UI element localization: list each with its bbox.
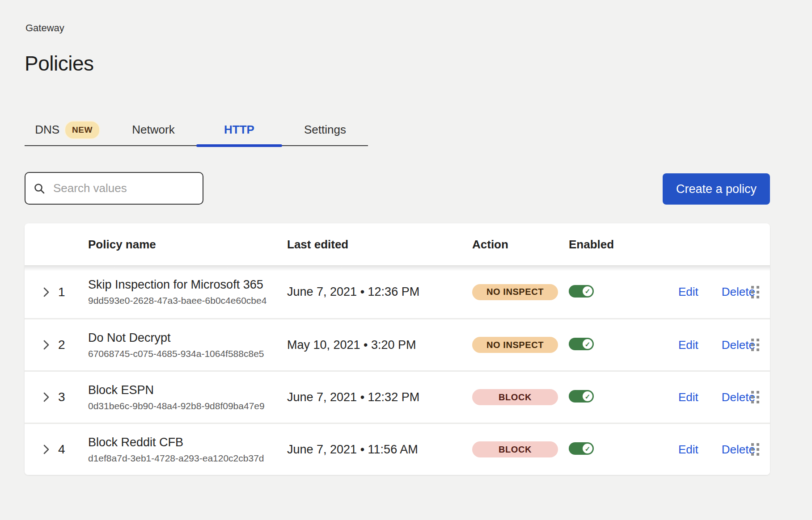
enabled-toggle[interactable]: ✓ [569,442,594,455]
last-edited: June 7, 2021 • 12:32 PM [287,390,472,404]
breadcrumb-gateway: Gateway [25,22,64,34]
new-badge: NEW [64,121,100,139]
search-box [25,172,203,205]
search-input[interactable] [52,181,204,196]
policy-name: Block ESPN [88,383,287,397]
table-row: 2 Do Not Decrypt 67068745-c075-4685-934a… [25,318,770,370]
row-drag-handle[interactable] [751,391,759,403]
edit-link[interactable]: Edit [678,390,698,404]
page-title: Policies [25,51,94,75]
expand-row-button[interactable] [41,390,52,405]
last-edited: June 7, 2021 • 11:56 AM [287,443,472,457]
edit-link[interactable]: Edit [678,443,698,457]
toggle-check-icon: ✓ [583,444,592,453]
row-drag-handle[interactable] [751,339,759,351]
policy-name: Block Reddit CFB [88,436,287,449]
chevron-right-icon [42,286,50,298]
delete-link[interactable]: Delete [722,390,755,404]
table-header: Policy name Last edited Action Enabled [25,223,770,266]
tab-dns-label: DNS [35,123,59,137]
policy-id: 9dd593e0-2628-47a3-baee-6b0c4e60cbe4 [88,295,287,306]
edit-link[interactable]: Edit [678,338,698,352]
last-edited: May 10, 2021 • 3:20 PM [287,338,472,352]
table-row: 4 Block Reddit CFB d1ef8a7d-3eb1-4728-a2… [25,423,770,475]
edit-link[interactable]: Edit [678,285,698,299]
expand-row-button[interactable] [41,285,52,300]
chevron-right-icon [42,444,50,455]
row-drag-handle[interactable] [751,286,759,298]
action-badge: NO INSPECT [472,284,558,300]
action-badge: BLOCK [472,389,558,405]
last-edited: June 7, 2021 • 12:36 PM [287,285,472,299]
table-body: 1 Skip Inspection for Microsoft 365 9dd5… [25,266,770,475]
toggle-check-icon: ✓ [583,286,592,296]
tab-bar: DNS NEW Network HTTP Settings [25,114,368,146]
header-action: Action [472,238,569,252]
tab-settings[interactable]: Settings [282,114,368,145]
enabled-toggle[interactable]: ✓ [569,285,594,298]
header-last-edited: Last edited [287,238,472,252]
expand-row-button[interactable] [41,442,52,457]
search-icon [34,183,45,194]
tab-http-label: HTTP [224,123,254,137]
policies-table: Policy name Last edited Action Enabled 1… [25,223,770,475]
tab-network[interactable]: Network [110,114,196,145]
enabled-toggle[interactable]: ✓ [569,338,594,350]
policy-id: d1ef8a7d-3eb1-4728-a293-ea120c2cb37d [88,453,287,464]
toggle-check-icon: ✓ [583,391,592,401]
delete-link[interactable]: Delete [722,338,755,352]
action-badge: BLOCK [472,441,558,457]
row-number: 3 [58,390,88,404]
table-row: 3 Block ESPN 0d31be6c-9b90-48a4-92b8-9d8… [25,370,770,423]
tab-http[interactable]: HTTP [196,114,282,145]
policy-name: Skip Inspection for Microsoft 365 [88,278,287,292]
tab-network-label: Network [132,123,174,137]
table-row: 1 Skip Inspection for Microsoft 365 9dd5… [25,266,770,318]
policy-id: 0d31be6c-9b90-48a4-92b8-9d8f09ba47e9 [88,401,287,411]
header-enabled: Enabled [569,238,656,252]
delete-link[interactable]: Delete [722,285,755,299]
header-policy-name: Policy name [88,238,287,252]
row-number: 4 [58,442,88,457]
delete-link[interactable]: Delete [722,443,755,457]
policy-id: 67068745-c075-4685-934a-1064f588c8e5 [88,348,287,359]
row-number: 2 [58,338,88,352]
tab-dns[interactable]: DNS NEW [25,114,110,145]
expand-row-button[interactable] [41,337,52,352]
action-badge: NO INSPECT [472,337,558,353]
tab-settings-label: Settings [304,123,346,137]
toggle-check-icon: ✓ [583,339,592,349]
row-drag-handle[interactable] [751,443,759,456]
policy-name: Do Not Decrypt [88,331,287,345]
enabled-toggle[interactable]: ✓ [569,390,594,403]
chevron-right-icon [42,391,50,403]
create-policy-button[interactable]: Create a policy [663,173,770,205]
row-number: 1 [58,285,88,299]
chevron-right-icon [42,339,50,351]
